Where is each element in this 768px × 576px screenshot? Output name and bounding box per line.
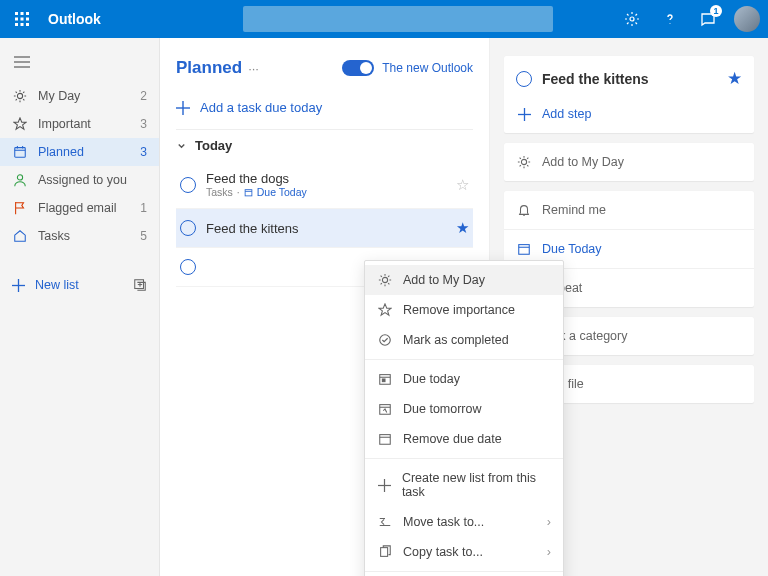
calendar-tomorrow-icon	[377, 402, 393, 416]
cm-move-task[interactable]: Move task to... ›	[365, 507, 563, 537]
add-task-label: Add a task due today	[200, 100, 322, 115]
detail-title[interactable]: Feed the kittens	[542, 71, 717, 87]
svg-rect-8	[26, 23, 29, 26]
cm-label: Copy task to...	[403, 545, 483, 559]
sidebar-item-label: Assigned to you	[38, 173, 127, 187]
topbar: Outlook 1	[0, 0, 768, 38]
bell-icon	[516, 203, 532, 217]
flag-icon	[12, 201, 28, 215]
sidebar-item-flagged[interactable]: Flagged email 1	[0, 194, 159, 222]
svg-rect-16	[15, 148, 26, 158]
complete-circle[interactable]	[180, 177, 196, 193]
svg-rect-6	[15, 23, 18, 26]
sidebar-item-count: 2	[140, 89, 147, 103]
cm-due-tomorrow[interactable]: Due tomorrow	[365, 394, 563, 424]
topbar-right: 1	[620, 6, 760, 32]
complete-circle[interactable]	[516, 71, 532, 87]
cm-label: Remove importance	[403, 303, 515, 317]
detail-header: Feed the kittens ★	[504, 56, 754, 95]
home-icon	[12, 229, 28, 243]
cm-label: Due today	[403, 372, 460, 386]
cm-due-today[interactable]: Due today	[365, 364, 563, 394]
search-input[interactable]	[243, 6, 553, 32]
section-label: Today	[195, 138, 232, 153]
svg-point-31	[380, 335, 391, 346]
new-list-button[interactable]: New list	[0, 264, 159, 306]
plus-icon	[516, 108, 532, 121]
more-options-icon[interactable]: ···	[248, 61, 259, 76]
star-icon[interactable]: ☆	[456, 176, 469, 194]
cm-copy-task[interactable]: Copy task to... ›	[365, 537, 563, 567]
star-icon[interactable]: ★	[727, 68, 742, 89]
svg-rect-45	[519, 245, 530, 255]
svg-rect-28	[245, 189, 252, 195]
svg-point-44	[521, 159, 526, 164]
page-title: Planned	[176, 58, 242, 78]
toggle-label: The new Outlook	[382, 61, 473, 75]
notification-badge: 1	[710, 5, 722, 17]
label: Remind me	[542, 203, 606, 217]
sidebar-item-count: 3	[140, 117, 147, 131]
sun-icon	[516, 155, 532, 169]
divider	[365, 458, 563, 459]
sidebar-item-tasks[interactable]: Tasks 5	[0, 222, 159, 250]
cm-label: Move task to...	[403, 515, 484, 529]
chevron-right-icon: ›	[547, 515, 551, 529]
sidebar-item-important[interactable]: Important 3	[0, 110, 159, 138]
move-icon	[377, 515, 393, 529]
svg-point-20	[17, 175, 22, 180]
main-panel: Planned ··· The new Outlook Add a task d…	[160, 38, 490, 576]
notifications-icon[interactable]: 1	[696, 7, 720, 31]
sidebar-item-label: Flagged email	[38, 201, 117, 215]
sidebar-item-label: Important	[38, 117, 91, 131]
avatar[interactable]	[734, 6, 760, 32]
person-icon	[12, 173, 28, 187]
cm-label: Create new list from this task	[402, 471, 551, 499]
new-list-label: New list	[35, 278, 79, 292]
sun-icon	[377, 273, 393, 287]
label: Add step	[542, 107, 591, 121]
svg-rect-0	[15, 12, 18, 15]
star-icon[interactable]: ★	[456, 219, 469, 237]
complete-circle[interactable]	[180, 259, 196, 275]
calendar-today-icon	[377, 372, 393, 386]
settings-icon[interactable]	[620, 7, 644, 31]
help-icon[interactable]	[658, 7, 682, 31]
svg-point-15	[17, 93, 22, 98]
context-menu: Add to My Day Remove importance Mark as …	[364, 260, 564, 576]
task-row[interactable]: Feed the kittens ★	[176, 209, 473, 248]
cm-remove-importance[interactable]: Remove importance	[365, 295, 563, 325]
sidebar-item-count: 1	[140, 201, 147, 215]
cm-mark-completed[interactable]: Mark as completed	[365, 325, 563, 355]
cm-label: Due tomorrow	[403, 402, 482, 416]
new-outlook-toggle[interactable]	[342, 60, 374, 76]
task-row[interactable]: Feed the dogs Tasks· Due Today ☆	[176, 161, 473, 209]
sidebar-item-planned[interactable]: Planned 3	[0, 138, 159, 166]
sidebar-item-myday[interactable]: My Day 2	[0, 82, 159, 110]
svg-rect-5	[26, 18, 29, 21]
task-title: Feed the dogs	[206, 171, 446, 186]
svg-rect-34	[382, 379, 385, 382]
svg-rect-1	[21, 12, 24, 15]
label: Due Today	[542, 242, 602, 256]
cm-new-list[interactable]: Create new list from this task	[365, 463, 563, 507]
cm-add-myday[interactable]: Add to My Day	[365, 265, 563, 295]
remind-me-button[interactable]: Remind me	[504, 191, 754, 229]
calendar-icon	[516, 242, 532, 256]
svg-rect-2	[26, 12, 29, 15]
svg-rect-41	[381, 548, 388, 557]
add-step-button[interactable]: Add step	[504, 95, 754, 133]
sidebar-item-assigned[interactable]: Assigned to you	[0, 166, 159, 194]
calendar-icon	[12, 145, 28, 159]
svg-rect-3	[15, 18, 18, 21]
hamburger-icon[interactable]	[0, 52, 159, 82]
add-task-button[interactable]: Add a task due today	[176, 92, 473, 129]
add-to-myday-button[interactable]: Add to My Day	[504, 143, 754, 181]
section-today[interactable]: Today	[176, 129, 473, 161]
plus-icon	[377, 479, 392, 492]
new-list-group-icon[interactable]	[133, 278, 147, 292]
app-launcher-icon[interactable]	[8, 5, 36, 33]
cm-remove-due[interactable]: Remove due date	[365, 424, 563, 454]
complete-circle[interactable]	[180, 220, 196, 236]
star-icon	[377, 303, 393, 317]
